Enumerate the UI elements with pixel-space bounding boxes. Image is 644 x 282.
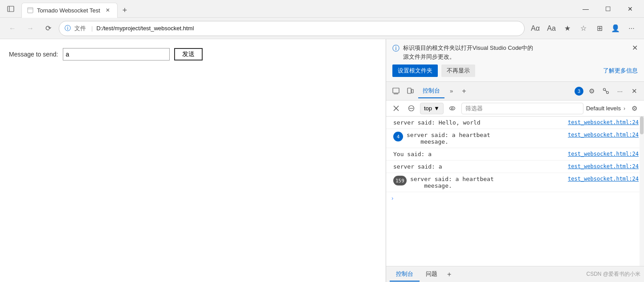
context-selector[interactable]: top ▼ xyxy=(420,103,444,114)
console-message: server said: a xyxy=(393,163,564,170)
devtools-settings-btn[interactable]: ⚙ xyxy=(585,85,598,97)
console-scrollbar-thumb[interactable] xyxy=(640,117,644,134)
set-root-folder-btn[interactable]: 设置根文件夹 xyxy=(392,64,438,77)
console-entry: 4 server said: a heartbeat meesage. test… xyxy=(386,129,644,148)
devtools-right-tools: 3 ⚙ ··· ✕ xyxy=(573,85,640,97)
console-source-link[interactable]: test_websocket.html:24 xyxy=(568,151,639,157)
console-output: server said: Hello, world test_websocket… xyxy=(386,117,644,266)
console-clear-btn[interactable] xyxy=(390,102,402,115)
add-favorite-btn[interactable]: ★ xyxy=(560,21,575,36)
devtools-bottom-tabs: 控制台 问题 + CSDN @爱看书的小米 xyxy=(386,266,644,282)
console-scrollbar[interactable] xyxy=(640,117,644,266)
url-bar[interactable]: ⓘ 文件 | D:/test/myproject/test_websocket.… xyxy=(59,21,525,36)
console-entry: server said: Hello, world test_websocket… xyxy=(386,117,644,129)
window-controls-left xyxy=(4,2,18,16)
console-eye-btn[interactable] xyxy=(446,102,459,115)
url-text: D:/test/myproject/test_websocket.html xyxy=(96,25,194,32)
svg-rect-0 xyxy=(8,6,14,12)
devtools-connect-btn[interactable] xyxy=(599,85,612,97)
tab-favicon-icon xyxy=(27,7,33,13)
title-bar: Tornado Websocket Test ✕ + — ☐ ✕ xyxy=(0,0,644,18)
devtools-close-btn[interactable]: ✕ xyxy=(628,85,640,97)
notification-top: ⓘ 标识项目的根文件夹以打开Visual Studio Code中的 源文件并同… xyxy=(392,44,638,61)
count-badge-large: 159 xyxy=(393,176,407,185)
devtools-inspect-btn[interactable] xyxy=(390,85,402,97)
message-form: Message to send: 发送 xyxy=(9,48,377,60)
notification-text: 标识项目的根文件夹以打开Visual Studio Code中的 源文件并同步更… xyxy=(403,44,628,61)
console-source-link[interactable]: test_websocket.html:24 xyxy=(568,132,639,138)
dont-show-btn[interactable]: 不再显示 xyxy=(441,64,475,77)
immersive-reader-btn[interactable]: Aa xyxy=(544,21,558,36)
read-aloud-btn[interactable]: Aα xyxy=(528,21,542,36)
new-tab-btn[interactable]: + xyxy=(118,4,132,18)
console-entry: 159 server said: a heartbeat meesage. te… xyxy=(386,173,644,192)
profile-btn[interactable]: 👤 xyxy=(608,21,623,36)
address-bar: ← → ⟳ ⓘ 文件 | D:/test/myproject/test_webs… xyxy=(0,18,644,39)
url-scheme-label: 文件 xyxy=(74,24,86,32)
send-button[interactable]: 发送 xyxy=(174,48,203,60)
console-source-link[interactable]: test_websocket.html:24 xyxy=(568,119,639,125)
message-label: Message to send: xyxy=(9,51,58,58)
svg-line-10 xyxy=(605,90,607,92)
levels-separator: › xyxy=(624,105,625,112)
devtools-add-tab-btn[interactable]: + xyxy=(458,85,469,98)
bottom-tab-issues[interactable]: 问题 xyxy=(420,267,444,282)
devtools-error-badge: 3 xyxy=(575,87,583,96)
close-btn[interactable]: ✕ xyxy=(620,2,640,16)
svg-rect-4 xyxy=(393,88,399,93)
browser-tools: Aα Aa ★ ☆ ⊞ 👤 ··· xyxy=(528,21,639,36)
context-label: top xyxy=(424,105,432,112)
svg-rect-2 xyxy=(28,8,33,13)
svg-rect-6 xyxy=(408,88,411,93)
info-icon: ⓘ xyxy=(65,24,71,32)
console-message: server said: a heartbeat meesage. xyxy=(410,176,564,189)
console-toolbar: top ▼ Default levels › ⚙ xyxy=(386,101,644,117)
devtools-device-btn[interactable] xyxy=(404,85,416,97)
devtools-panel: ⓘ 标识项目的根文件夹以打开Visual Studio Code中的 源文件并同… xyxy=(386,39,644,282)
console-entry: You said: a test_websocket.html:24 xyxy=(386,148,644,161)
notification-close-btn[interactable]: ✕ xyxy=(632,44,638,52)
count-badge: 4 xyxy=(393,132,403,141)
notification-info-icon: ⓘ xyxy=(392,44,399,53)
learn-more-link[interactable]: 了解更多信息 xyxy=(603,67,638,75)
back-btn[interactable]: ← xyxy=(5,21,20,36)
context-dropdown-icon: ▼ xyxy=(434,105,440,112)
refresh-btn[interactable]: ⟳ xyxy=(41,21,55,36)
console-block-btn[interactable] xyxy=(405,102,417,115)
bottom-tab-console[interactable]: 控制台 xyxy=(390,267,420,282)
collections-btn[interactable]: ⊞ xyxy=(592,21,607,36)
svg-point-8 xyxy=(603,89,605,91)
bottom-tab-add-btn[interactable]: + xyxy=(444,268,455,281)
devtools-more-tabs-btn[interactable]: » xyxy=(446,85,457,97)
url-separator: | xyxy=(91,25,93,32)
main-content: Message to send: 发送 ⓘ 标识项目的根文件夹以打开Visual… xyxy=(0,39,644,282)
tab-bar: Tornado Websocket Test ✕ + xyxy=(21,0,575,18)
prompt-arrow-icon: › xyxy=(391,195,393,201)
console-prompt[interactable]: › xyxy=(386,192,644,204)
console-entry: server said: a test_websocket.html:24 xyxy=(386,161,644,173)
devtools-tab-console[interactable]: 控制台 xyxy=(418,84,444,98)
browser-tab[interactable]: Tornado Websocket Test ✕ xyxy=(21,3,118,18)
default-levels-label: Default levels xyxy=(586,105,621,112)
sidebar-toggle-btn[interactable] xyxy=(4,2,18,16)
watermark-label: CSDN @爱看书的小米 xyxy=(586,270,640,278)
console-source-link[interactable]: test_websocket.html:24 xyxy=(568,176,639,182)
page-content: Message to send: 发送 xyxy=(0,39,386,282)
filter-input[interactable] xyxy=(461,103,583,114)
devtools-toolbar: 控制台 » + 3 ⚙ ··· ✕ xyxy=(386,82,644,101)
minimize-btn[interactable]: — xyxy=(575,2,596,16)
svg-point-9 xyxy=(606,92,608,94)
favorites-btn[interactable]: ☆ xyxy=(576,21,591,36)
notification-actions: 设置根文件夹 不再显示 了解更多信息 xyxy=(392,64,638,77)
tab-title: Tornado Websocket Test xyxy=(37,7,100,14)
maximize-btn[interactable]: ☐ xyxy=(598,2,618,16)
message-input[interactable] xyxy=(63,48,170,60)
levels-settings-btn[interactable]: ⚙ xyxy=(628,102,640,115)
console-source-link[interactable]: test_websocket.html:24 xyxy=(568,163,639,169)
settings-more-btn[interactable]: ··· xyxy=(624,21,639,36)
notification-banner: ⓘ 标识项目的根文件夹以打开Visual Studio Code中的 源文件并同… xyxy=(386,39,644,82)
devtools-more-btn[interactable]: ··· xyxy=(614,85,626,97)
tab-close-btn[interactable]: ✕ xyxy=(104,6,112,14)
forward-btn[interactable]: → xyxy=(23,21,37,36)
console-message: server said: a heartbeat meesage. xyxy=(407,132,564,145)
